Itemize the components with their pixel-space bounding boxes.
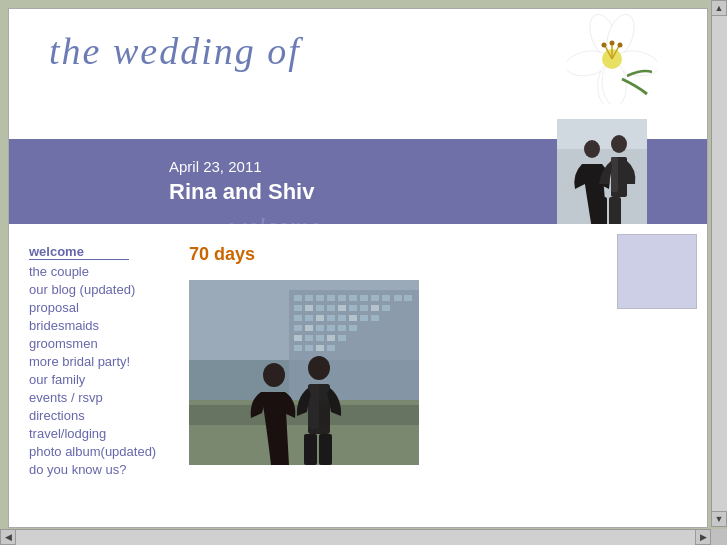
svg-rect-27 [316,295,324,301]
svg-rect-40 [338,305,346,311]
svg-rect-25 [294,295,302,301]
nav-link-bridal-party[interactable]: more bridal party! [29,354,130,369]
scrollbar-corner [711,529,727,545]
nav-item-know-us[interactable]: do you know us? [29,462,169,477]
svg-rect-43 [371,305,379,311]
nav-link-directions[interactable]: directions [29,408,85,423]
svg-rect-55 [316,325,324,331]
svg-rect-60 [305,335,313,341]
svg-point-17 [611,135,627,153]
svg-rect-29 [338,295,346,301]
svg-rect-46 [305,315,313,321]
svg-rect-57 [338,325,346,331]
svg-rect-26 [305,295,313,301]
nav-item-proposal[interactable]: proposal [29,300,169,315]
svg-rect-33 [382,295,390,301]
svg-rect-44 [382,305,390,311]
svg-rect-67 [327,345,335,351]
nav-link-family[interactable]: our family [29,372,85,387]
nav-list: welcome the couple our blog (updated) pr… [29,244,169,477]
svg-point-8 [610,41,615,46]
nav-link-blog[interactable]: our blog (updated) [29,282,135,297]
svg-point-16 [584,140,600,158]
svg-rect-65 [305,345,313,351]
page-container: the wedding of [8,8,708,528]
svg-rect-58 [349,325,357,331]
svg-rect-39 [327,305,335,311]
days-count: 70 days [189,244,687,265]
nav-item-lodging[interactable]: travel/lodging [29,426,169,441]
svg-rect-63 [338,335,346,341]
svg-rect-51 [360,315,368,321]
nav-link-groomsmen[interactable]: groomsmen [29,336,98,351]
svg-rect-73 [308,384,319,429]
nav-link-lodging[interactable]: travel/lodging [29,426,106,441]
svg-rect-61 [316,335,324,341]
svg-rect-42 [360,305,368,311]
nav-item-directions[interactable]: directions [29,408,169,423]
nav-item-welcome[interactable]: welcome [29,244,169,260]
main-content: welcome the couple our blog (updated) pr… [9,224,707,524]
svg-rect-32 [371,295,379,301]
nav-link-events[interactable]: events / rsvp [29,390,103,405]
nav-item-album[interactable]: photo album(updated) [29,444,169,459]
svg-rect-56 [327,325,335,331]
sidebar: welcome the couple our blog (updated) pr… [9,224,179,490]
couple-photo-banner [557,119,647,229]
svg-rect-52 [371,315,379,321]
svg-rect-31 [360,295,368,301]
svg-rect-75 [319,434,332,465]
flower-decoration [567,14,657,104]
svg-rect-41 [349,305,357,311]
banner: April 23, 2011 Rina and Shiv [9,139,707,224]
scroll-right-button[interactable]: ▶ [695,529,711,545]
svg-rect-35 [404,295,412,301]
nav-link-know-us[interactable]: do you know us? [29,462,127,477]
nav-item-family[interactable]: our family [29,372,169,387]
svg-rect-47 [316,315,324,321]
nav-link-bridesmaids[interactable]: bridesmaids [29,318,99,333]
svg-rect-19 [611,157,618,192]
svg-point-70 [263,363,285,387]
scrollbar-vertical[interactable]: ▲ ▼ [711,0,727,527]
svg-rect-34 [394,295,402,301]
nav-item-bridal-party[interactable]: more bridal party! [29,354,169,369]
nav-link-couple[interactable]: the couple [29,264,89,279]
svg-point-71 [308,356,330,380]
nav-link-proposal[interactable]: proposal [29,300,79,315]
svg-rect-53 [294,325,302,331]
svg-rect-45 [294,315,302,321]
nav-item-bridesmaids[interactable]: bridesmaids [29,318,169,333]
svg-rect-74 [304,434,317,465]
page-title: the wedding of [49,29,301,73]
svg-rect-36 [294,305,302,311]
svg-rect-54 [305,325,313,331]
scroll-left-button[interactable]: ◀ [0,529,16,545]
svg-rect-59 [294,335,302,341]
svg-rect-48 [327,315,335,321]
svg-rect-64 [294,345,302,351]
deco-square-right [617,234,697,309]
nav-item-blog[interactable]: our blog (updated) [29,282,169,297]
svg-point-12 [618,43,623,48]
svg-rect-37 [305,305,313,311]
scroll-up-button[interactable]: ▲ [711,0,727,16]
svg-rect-49 [338,315,346,321]
scroll-down-button[interactable]: ▼ [711,511,727,527]
svg-point-10 [602,43,607,48]
nav-item-events[interactable]: events / rsvp [29,390,169,405]
svg-rect-66 [316,345,324,351]
svg-rect-62 [327,335,335,341]
nav-link-album[interactable]: photo album(updated) [29,444,156,459]
svg-rect-30 [349,295,357,301]
nav-link-welcome[interactable]: welcome [29,244,84,259]
couple-main-photo [189,280,419,465]
svg-rect-50 [349,315,357,321]
scrollbar-horizontal[interactable]: ◀ ▶ [0,529,711,545]
svg-rect-28 [327,295,335,301]
svg-rect-38 [316,305,324,311]
nav-item-groomsmen[interactable]: groomsmen [29,336,169,351]
nav-item-couple[interactable]: the couple [29,264,169,279]
